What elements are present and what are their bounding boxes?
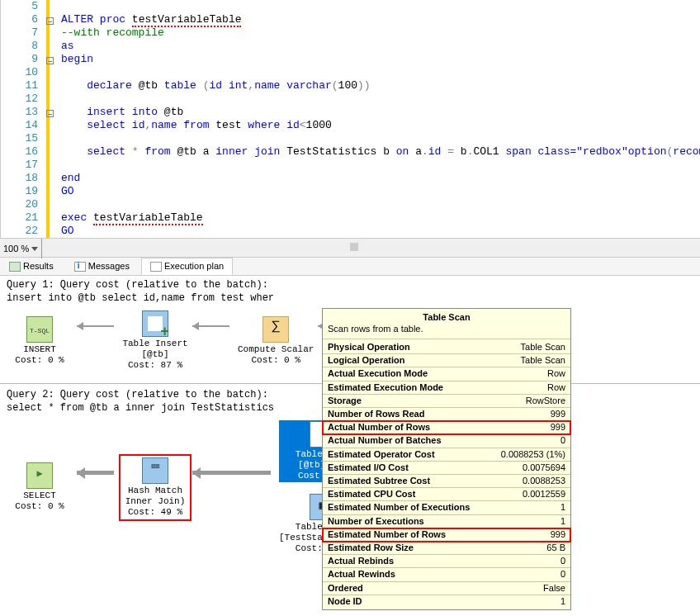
select-node[interactable]: SELECT Cost: 0 % bbox=[7, 462, 73, 512]
tooltip-row: OrderedFalse bbox=[323, 582, 570, 595]
tsql-icon bbox=[26, 316, 53, 343]
select-icon bbox=[26, 462, 53, 489]
code-content[interactable]: begin bbox=[61, 53, 93, 66]
arrow-icon bbox=[77, 469, 118, 477]
grid-icon bbox=[9, 262, 21, 272]
table-insert-node[interactable]: Table Insert [@tb] Cost: 87 % bbox=[122, 310, 188, 371]
tooltip-row: Actual Number of Rows999 bbox=[323, 421, 570, 434]
tooltip-row: Actual Number of Batches0 bbox=[323, 434, 570, 448]
compute-scalar-icon bbox=[262, 316, 289, 343]
zoom-dropdown[interactable]: 100 % bbox=[3, 239, 42, 258]
tooltip-row: Estimated Execution ModeRow bbox=[323, 381, 570, 395]
line-number: 15 bbox=[1, 132, 46, 145]
tooltip-row: Node ID1 bbox=[323, 595, 570, 608]
plan-icon bbox=[150, 262, 162, 272]
tooltip-row: Estimated Subtree Cost0.0088253 bbox=[323, 475, 570, 488]
code-editor[interactable]: 56ALTER proc testVariableTable7--with re… bbox=[0, 0, 700, 238]
tooltip-row: Estimated Operator Cost0.0088253 (1%) bbox=[323, 448, 570, 462]
line-number: 17 bbox=[1, 159, 46, 172]
code-content[interactable]: select * from @tb a inner join TestStati… bbox=[61, 145, 700, 159]
code-content[interactable]: end bbox=[61, 172, 80, 185]
line-number: 20 bbox=[1, 198, 46, 211]
tooltip-row: Actual Rebinds0 bbox=[323, 555, 570, 568]
tooltip-row: Number of Rows Read999 bbox=[323, 408, 570, 421]
table-insert-icon bbox=[142, 310, 168, 337]
tab-messages[interactable]: Messages bbox=[65, 258, 139, 274]
messages-icon bbox=[74, 262, 86, 272]
query1-sql: insert into @tb select id,name from test… bbox=[7, 292, 693, 304]
compute-scalar-node[interactable]: Compute Scalar Cost: 0 % bbox=[238, 316, 314, 366]
tooltip-row: StorageRowStore bbox=[323, 395, 570, 408]
tooltip-title: Table Scan bbox=[323, 309, 570, 324]
hash-match-node[interactable]: Hash Match Inner Join) Cost: 49 % bbox=[122, 457, 188, 518]
line-number: 12 bbox=[1, 92, 46, 106]
tooltip-row: Estimated CPU Cost0.0012559 bbox=[323, 488, 570, 501]
tab-execution-plan[interactable]: Execution plan bbox=[141, 258, 233, 275]
insert-node[interactable]: INSERT Cost: 0 % bbox=[7, 316, 73, 366]
tooltip-row: Estimated Number of Rows999 bbox=[323, 528, 570, 542]
operator-tooltip: Table Scan Scan rows from a table. Physi… bbox=[322, 308, 571, 610]
line-number: 22 bbox=[1, 225, 46, 238]
tooltip-row: Estimated Row Size65 B bbox=[323, 542, 570, 555]
line-number: 7 bbox=[1, 26, 46, 40]
line-number: 21 bbox=[1, 211, 46, 225]
line-number: 14 bbox=[1, 119, 46, 132]
tooltip-row: Estimated Number of Executions1 bbox=[323, 501, 570, 514]
code-content[interactable]: GO bbox=[61, 225, 74, 238]
code-content[interactable]: GO bbox=[61, 185, 74, 198]
arrow-icon bbox=[77, 322, 118, 330]
code-content[interactable]: --with recompile bbox=[61, 26, 164, 40]
code-content[interactable]: insert into @tb bbox=[61, 106, 183, 119]
tab-results[interactable]: Results bbox=[0, 258, 63, 274]
tooltip-row: Actual Rewinds0 bbox=[323, 568, 570, 581]
tooltip-row: Number of Executions1 bbox=[323, 515, 570, 528]
code-content[interactable]: as bbox=[61, 40, 74, 53]
tooltip-row: Physical OperationTable Scan bbox=[323, 341, 570, 354]
line-number: 10 bbox=[1, 66, 46, 79]
query1-header: Query 1: Query cost (relative to the bat… bbox=[7, 279, 693, 291]
code-content[interactable]: ALTER proc testVariableTable bbox=[61, 13, 241, 26]
code-content[interactable]: declare @tb table (id int,name varchar(1… bbox=[61, 79, 371, 92]
tooltip-row: Actual Execution ModeRow bbox=[323, 367, 570, 381]
line-number: 18 bbox=[1, 172, 46, 185]
fold-toggle-icon[interactable] bbox=[46, 110, 54, 117]
fold-toggle-icon[interactable] bbox=[46, 57, 54, 64]
hash-match-icon bbox=[142, 457, 168, 484]
tooltip-row: Logical OperationTable Scan bbox=[323, 354, 570, 367]
line-number: 16 bbox=[1, 145, 46, 159]
arrow-icon bbox=[192, 322, 234, 330]
code-content[interactable]: select id,name from test where id<1000 bbox=[61, 119, 332, 132]
code-content[interactable]: exec testVariableTable bbox=[61, 211, 203, 225]
line-number: 5 bbox=[1, 0, 46, 13]
line-number: 19 bbox=[1, 185, 46, 198]
line-number: 11 bbox=[1, 79, 46, 92]
h-scrollbar-thumb[interactable] bbox=[350, 243, 358, 251]
tooltip-row: Estimated I/O Cost0.0075694 bbox=[323, 462, 570, 475]
fold-toggle-icon[interactable] bbox=[46, 17, 54, 25]
line-number: 8 bbox=[1, 40, 46, 53]
line-number: 9 bbox=[1, 53, 46, 66]
tooltip-subtitle: Scan rows from a table. bbox=[323, 324, 570, 337]
zoom-bar: 100 % bbox=[0, 238, 700, 258]
arrow-icon bbox=[192, 469, 275, 477]
result-tabs: Results Messages Execution plan bbox=[0, 258, 700, 276]
line-number: 6 bbox=[1, 13, 46, 26]
line-number: 13 bbox=[1, 106, 46, 119]
